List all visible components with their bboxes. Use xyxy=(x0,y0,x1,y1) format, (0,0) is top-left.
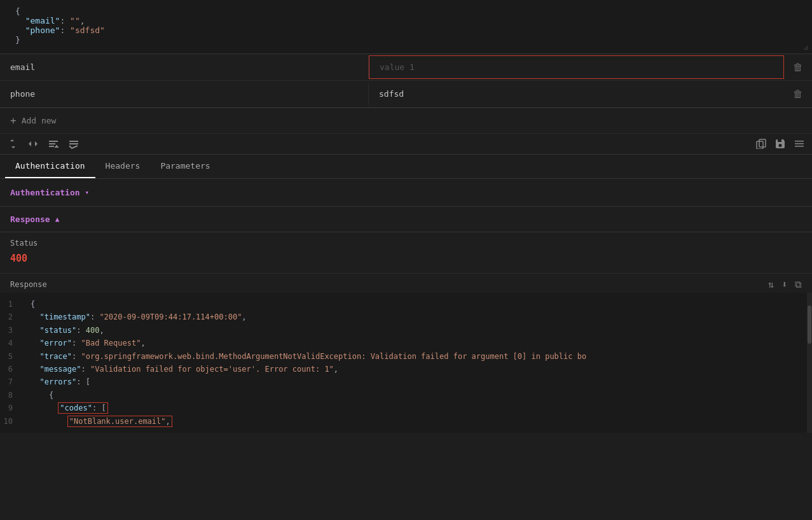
code-lines-content: { "timestamp": "2020-09-09T09:44:17.114+… xyxy=(25,293,812,433)
svg-rect-1 xyxy=(49,143,55,144)
value-placeholder: value 1 xyxy=(380,62,415,72)
code-icon[interactable] xyxy=(28,139,38,149)
json-editor: { "email": "", "phone": "sdfsd" } ⊿ xyxy=(0,0,812,54)
svg-rect-9 xyxy=(795,141,804,142)
code-line-3: "status": 400, xyxy=(25,324,812,337)
svg-rect-7 xyxy=(759,139,766,147)
status-section: Status 400 xyxy=(0,232,812,273)
response-body-label-text: Response xyxy=(10,280,47,289)
response-header: Response ▲ xyxy=(0,207,812,232)
more-menu-icon[interactable] xyxy=(794,139,804,149)
response-section: Response ▲ Status 400 Response ⇅ ⬇ ⧉ 1 2… xyxy=(0,207,812,433)
add-new-button[interactable]: + Add new xyxy=(0,108,812,134)
kv-table: email value 1 🗑 phone sdfsd 🗑 xyxy=(0,54,812,108)
status-label: Status xyxy=(10,239,802,248)
response-code-area: 1 2 3 4 5 6 7 8 9 10 { "timestamp": "202… xyxy=(0,293,812,433)
table-row: phone sdfsd 🗑 xyxy=(0,81,812,108)
sort-icon[interactable] xyxy=(8,139,18,149)
delete-row-email[interactable]: 🗑 xyxy=(784,61,812,73)
copy-response-icon[interactable]: ⧉ xyxy=(795,279,802,290)
line-numbers: 1 2 3 4 5 6 7 8 9 10 xyxy=(0,293,25,433)
status-code-value: 400 xyxy=(10,250,802,271)
tab-authentication[interactable]: Authentication xyxy=(5,155,95,178)
svg-rect-4 xyxy=(55,146,58,148)
response-body-icons: ⇅ ⬇ ⧉ xyxy=(768,279,802,290)
code-line-4: "error": "Bad Request", xyxy=(25,337,812,349)
table-row: email value 1 🗑 xyxy=(0,54,812,81)
kv-value-email[interactable]: value 1 xyxy=(369,55,784,79)
auth-section-label: Authentication xyxy=(10,188,80,197)
code-line-10: "NotBlank.user.email", xyxy=(25,415,812,428)
save-icon[interactable] xyxy=(775,139,785,149)
expand-icon[interactable]: ⇅ xyxy=(768,279,774,290)
toolbar xyxy=(0,134,812,155)
response-header-left: Response ▲ xyxy=(10,214,59,224)
tabs-bar: Authentication Headers Parameters xyxy=(0,155,812,179)
svg-rect-11 xyxy=(795,146,804,147)
svg-rect-8 xyxy=(757,141,763,149)
response-body-header: Response ⇅ ⬇ ⧉ xyxy=(0,273,812,293)
plus-icon: + xyxy=(10,115,17,127)
svg-rect-5 xyxy=(69,141,78,142)
chevron-down-icon: ▾ xyxy=(85,188,90,197)
tab-headers[interactable]: Headers xyxy=(95,155,151,178)
toolbar-left xyxy=(8,139,79,149)
download-icon[interactable]: ⬇ xyxy=(781,279,787,290)
code-line-7: "errors": [ xyxy=(25,376,812,388)
add-new-label: Add new xyxy=(22,116,57,125)
auth-header[interactable]: Authentication ▾ xyxy=(10,188,802,197)
response-label: Response xyxy=(10,214,50,224)
resize-handle[interactable]: ⊿ xyxy=(803,44,808,51)
add-param-icon[interactable] xyxy=(48,139,58,149)
chevron-up-icon: ▲ xyxy=(55,215,60,223)
tab-parameters[interactable]: Parameters xyxy=(150,155,220,178)
kv-key-email: email xyxy=(0,56,369,78)
code-line-1: { xyxy=(25,298,812,311)
copy-icon[interactable] xyxy=(756,139,766,149)
toolbar-right xyxy=(756,139,804,149)
bulk-edit-icon[interactable] xyxy=(69,139,79,149)
auth-section: Authentication ▾ xyxy=(0,179,812,207)
svg-rect-6 xyxy=(69,143,78,144)
code-line-9: "codes": [ xyxy=(25,402,812,414)
kv-value-phone[interactable]: sdfsd xyxy=(369,83,784,105)
code-line-2: "timestamp": "2020-09-09T09:44:17.114+00… xyxy=(25,311,812,323)
code-line-8: { xyxy=(25,389,812,402)
scrollbar-thumb[interactable] xyxy=(808,306,811,344)
code-line-6: "message": "Validation failed for object… xyxy=(25,363,812,376)
phone-value: sdfsd xyxy=(379,89,404,99)
svg-rect-0 xyxy=(49,141,58,142)
svg-rect-10 xyxy=(795,143,804,144)
kv-key-phone: phone xyxy=(0,83,369,105)
svg-rect-2 xyxy=(49,146,54,147)
scrollbar-track[interactable] xyxy=(807,293,812,433)
code-line-5: "trace": "org.springframework.web.bind.M… xyxy=(25,350,812,363)
delete-row-phone[interactable]: 🗑 xyxy=(784,88,812,100)
json-content: { "email": "", "phone": "sdfsd" } xyxy=(10,6,802,45)
code-content: 1 2 3 4 5 6 7 8 9 10 { "timestamp": "202… xyxy=(0,293,812,433)
